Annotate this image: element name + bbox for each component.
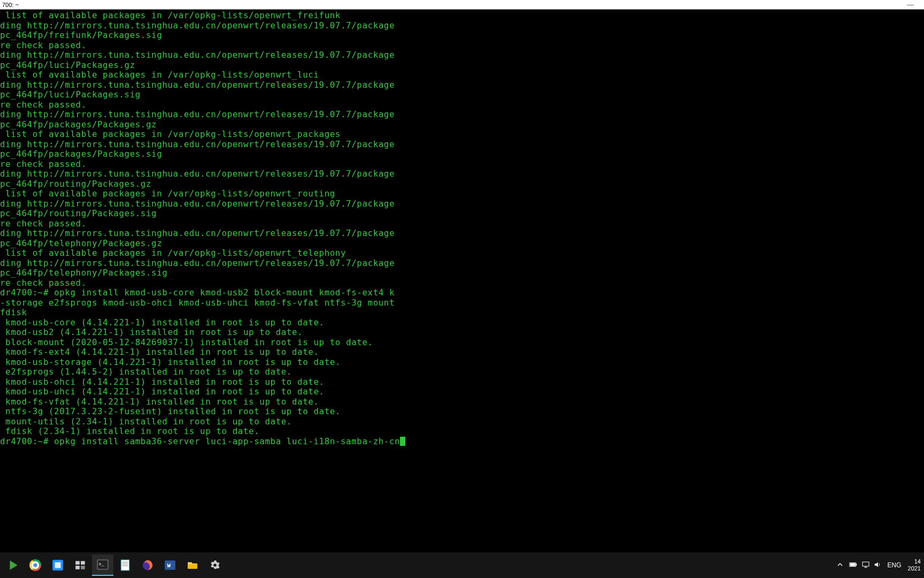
svg-rect-15 xyxy=(121,560,129,571)
terminal-app-icon[interactable]: >_ xyxy=(92,554,113,576)
svg-rect-11 xyxy=(75,566,80,569)
svg-text:W: W xyxy=(167,562,171,569)
terminal-text: list of available packages in /var/opkg-… xyxy=(0,11,924,446)
clock-time: 14 xyxy=(914,558,921,565)
task-view-icon[interactable] xyxy=(70,554,91,576)
word-icon[interactable]: W xyxy=(159,554,181,576)
svg-rect-26 xyxy=(863,562,869,566)
terminal-output[interactable]: list of available packages in /var/opkg-… xyxy=(0,10,924,552)
minimize-button[interactable]: — xyxy=(907,1,922,9)
ime-indicator[interactable]: ENG xyxy=(888,561,902,569)
svg-rect-25 xyxy=(850,563,855,566)
svg-rect-22 xyxy=(188,564,197,569)
firefox-icon[interactable] xyxy=(137,554,158,576)
start-button[interactable] xyxy=(2,554,24,576)
svg-rect-9 xyxy=(75,561,80,565)
window-title: 700: ~ xyxy=(2,2,19,8)
network-icon[interactable] xyxy=(862,561,869,569)
notepad-icon[interactable] xyxy=(114,554,136,576)
app-blue-icon[interactable] xyxy=(47,554,68,576)
clock[interactable]: 14 2021 xyxy=(908,558,922,572)
cursor xyxy=(400,437,405,446)
windows-taskbar[interactable]: >_ W xyxy=(0,552,924,578)
clock-date: 2021 xyxy=(908,565,921,572)
window-title-bar: 700: ~ — xyxy=(0,0,924,10)
file-explorer-icon[interactable] xyxy=(182,554,203,576)
tray-overflow-icon[interactable] xyxy=(837,562,843,568)
svg-rect-24 xyxy=(856,564,857,566)
battery-icon[interactable] xyxy=(849,561,858,569)
volume-icon[interactable] xyxy=(874,561,881,570)
chrome-icon[interactable] xyxy=(25,554,46,576)
window-controls[interactable]: — xyxy=(907,1,922,9)
taskbar-left-group: >_ W xyxy=(2,554,226,576)
svg-marker-0 xyxy=(10,560,18,570)
svg-text:>_: >_ xyxy=(98,562,104,567)
svg-rect-10 xyxy=(81,561,85,565)
svg-rect-8 xyxy=(55,562,61,568)
svg-rect-12 xyxy=(81,566,85,569)
settings-icon[interactable] xyxy=(204,554,226,576)
taskbar-tray: ENG 14 2021 xyxy=(837,558,922,572)
tray-icons-group xyxy=(849,561,881,570)
